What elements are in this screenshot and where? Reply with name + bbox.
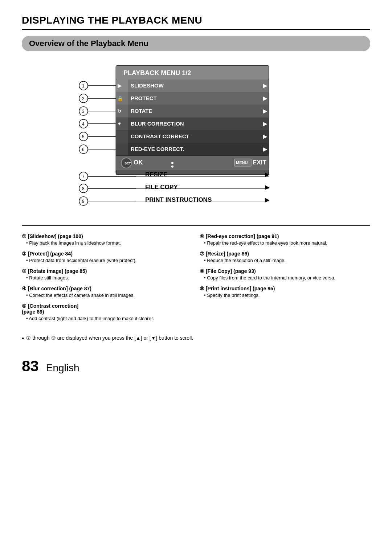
desc-item-7: ⑦ [Resize] (page 86) Reduce the resoluti… [200,251,370,263]
svg-text:▶: ▶ [263,108,268,114]
svg-text:RESIZE: RESIZE [145,171,167,178]
svg-text:RED-EYE CORRECT.: RED-EYE CORRECT. [131,146,184,152]
desc-item-8: ⑧ [File Copy] (page 93) Copy files from … [200,268,370,281]
description-section: ① [Slideshow] (page 100) Play back the i… [22,225,370,326]
section-header: Overview of the Playback Menu [22,36,370,51]
svg-text:FILE COPY: FILE COPY [145,184,178,191]
diagram-area: PLAYBACK MENU 1/2 ▶ SLIDESHOW ▶ 🔒 PROTEC… [22,62,370,214]
svg-text:✦: ✦ [117,121,121,127]
note-section: • ⑦ through ⑨ are displayed when you pre… [22,335,370,343]
svg-text:PLAYBACK MENU 1/2: PLAYBACK MENU 1/2 [123,69,191,77]
page-title: DISPLAYING THE PLAYBACK MENU [22,15,370,30]
svg-text:6: 6 [82,147,85,152]
svg-text:BLUR CORRECTION: BLUR CORRECTION [131,120,184,127]
svg-rect-33 [116,143,128,156]
svg-text:▶: ▶ [263,121,268,127]
svg-text:▶: ▶ [265,197,270,203]
desc-item-4: ④ [Blur correction] (page 87) Correct th… [22,286,192,298]
menu-diagram-svg: PLAYBACK MENU 1/2 ▶ SLIDESHOW ▶ 🔒 PROTEC… [69,62,323,214]
desc-col-right: ⑥ [Red-eye correction] (page 91) Repair … [200,233,370,326]
svg-text:SLIDESHOW: SLIDESHOW [131,82,164,89]
svg-text:▶: ▶ [263,146,268,152]
svg-text:🔒: 🔒 [117,95,123,102]
svg-text:▶: ▶ [263,134,268,139]
svg-text:8: 8 [82,186,85,191]
desc-item-2: ② [Protect] (page 84) Protect data from … [22,251,192,263]
desc-item-1: ① [Slideshow] (page 100) Play back the i… [22,233,192,246]
svg-text:▶: ▶ [265,184,270,190]
svg-point-41 [171,162,173,164]
svg-rect-28 [116,130,128,143]
svg-text:▶: ▶ [263,95,268,101]
svg-text:▶: ▶ [118,83,122,89]
svg-text:1: 1 [82,83,85,89]
svg-text:9: 9 [82,199,85,204]
svg-text:▶: ▶ [265,171,270,177]
svg-text:CONTRAST CORRECT: CONTRAST CORRECT [131,133,189,139]
svg-text:EXIT: EXIT [253,159,266,166]
svg-text:PRINT INSTRUCTIONS: PRINT INSTRUCTIONS [145,196,212,203]
page-footer: 83 English [22,357,370,375]
svg-text:MENU: MENU [236,160,248,165]
svg-text:4: 4 [82,122,85,127]
svg-text:2: 2 [82,96,85,101]
desc-col-left: ① [Slideshow] (page 100) Play back the i… [22,233,200,326]
svg-text:3: 3 [82,109,85,114]
svg-text:SET: SET [124,161,131,165]
desc-item-3: ③ [Rotate image] (page 85) Rotate still … [22,268,192,281]
page-language: English [46,362,79,374]
svg-text:↻: ↻ [117,109,121,114]
desc-item-9: ⑨ [Print instructions] (page 95) Specify… [200,286,370,298]
svg-text:ROTATE: ROTATE [131,108,152,114]
svg-text:OK: OK [134,159,143,166]
desc-item-5: ⑤ [Contrast correction](page 89) Add con… [22,303,192,321]
svg-text:7: 7 [82,174,85,179]
page-number: 83 [22,357,39,375]
svg-text:PROTECT: PROTECT [131,95,157,101]
desc-item-6: ⑥ [Red-eye correction] (page 91) Repair … [200,233,370,246]
svg-text:5: 5 [82,134,85,139]
svg-point-42 [171,165,173,168]
svg-text:▶: ▶ [263,83,268,89]
